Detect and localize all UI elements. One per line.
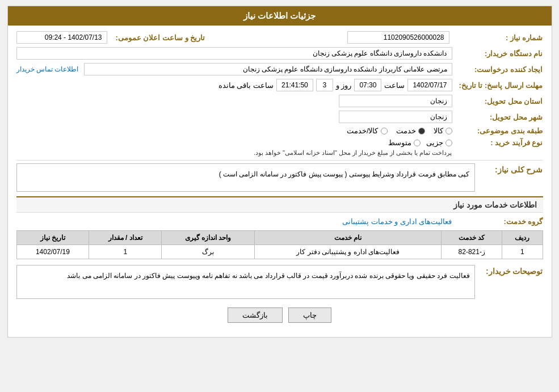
col-header-date: تاریخ نیاز bbox=[16, 231, 89, 245]
services-section-title: اطلاعات خدمات مورد نیاز bbox=[16, 196, 543, 213]
table-cell-row: 1 bbox=[502, 245, 543, 259]
need-desc-label: شرح کلی نیاز: bbox=[475, 163, 543, 174]
radio-khedmat-icon bbox=[418, 128, 425, 134]
date-label: تاریخ و ساعت اعلان عمومی: bbox=[110, 33, 205, 42]
need-desc-value: کپی مطابق فرمت قرارداد وشرایط پیوستی ( پ… bbox=[16, 163, 475, 192]
category-option-kala[interactable]: کالا bbox=[434, 127, 452, 135]
col-header-row: ردیف bbox=[502, 231, 543, 245]
print-button[interactable]: چاپ bbox=[288, 307, 331, 323]
page-header: جزئیات اطلاعات نیاز bbox=[8, 6, 552, 26]
deadline-time: 07:30 bbox=[354, 79, 381, 91]
date-value: 1402/07/13 - 09:24 bbox=[16, 31, 107, 44]
col-header-name: نام خدمت bbox=[254, 231, 442, 245]
table-cell-name: فعالیت‌های اداره و پشتیبانی دفتر کار bbox=[254, 245, 442, 259]
deadline-label: مهلت ارسال پاسخ: تا تاریخ: bbox=[452, 81, 543, 90]
category-option-kala-khedmat[interactable]: کالا/خدمت bbox=[347, 127, 388, 135]
purchase-jozi-label: جزیی bbox=[426, 138, 443, 147]
city-value: زنجان bbox=[339, 111, 452, 123]
back-button[interactable]: بازگشت bbox=[228, 307, 283, 323]
purchase-mottavasset-label: متوسط bbox=[388, 138, 411, 147]
table-cell-quantity: 1 bbox=[89, 245, 162, 259]
radio-kala-khedmat-icon bbox=[381, 128, 388, 134]
radio-jozi-icon bbox=[445, 140, 452, 146]
deadline-remaining-label: ساعت باقی مانده bbox=[218, 81, 274, 90]
purchase-type-radio-group: جزیی متوسط bbox=[254, 138, 452, 147]
deadline-remaining: 21:41:50 bbox=[276, 79, 313, 91]
col-header-unit: واحد اندازه گیری bbox=[162, 231, 255, 245]
category-kala-label: کالا bbox=[434, 127, 443, 135]
contact-link[interactable]: اطلاعات تماس خریدار bbox=[16, 65, 79, 73]
category-khedmat-label: خدمت bbox=[396, 127, 416, 135]
header-title: جزئیات اطلاعات نیاز bbox=[243, 11, 316, 20]
category-kala-khedmat-label: کالا/خدمت bbox=[347, 127, 379, 135]
purchase-option-mottavasset[interactable]: متوسط bbox=[388, 138, 421, 147]
need-number-label: شماره نیاز : bbox=[452, 33, 543, 42]
buttons-row: چاپ بازگشت bbox=[16, 307, 543, 323]
category-option-khedmat[interactable]: خدمت bbox=[396, 127, 425, 135]
province-value: زنجان bbox=[339, 95, 452, 107]
purchase-option-jozi[interactable]: جزیی bbox=[426, 138, 452, 147]
purchase-type-label: نوع فرآیند خرید : bbox=[452, 138, 543, 147]
deadline-day-label: روز و bbox=[336, 81, 352, 90]
city-label: شهر محل تحویل: bbox=[452, 113, 543, 121]
need-number-value: 1102090526000028 bbox=[347, 31, 449, 44]
radio-mottavasset-icon bbox=[414, 140, 421, 146]
table-cell-code: ز-821-82 bbox=[442, 245, 502, 259]
col-header-quantity: تعداد / مقدار bbox=[89, 231, 162, 245]
creator-label: ایجاد کننده درخواست: bbox=[452, 65, 543, 74]
purchase-note: پرداخت تمام یا بخشی از مبلغ خریدار از مح… bbox=[254, 149, 452, 157]
table-cell-unit: برگ bbox=[162, 245, 255, 259]
deadline-days: 3 bbox=[316, 79, 333, 91]
service-group-value[interactable]: فعالیت‌های اداری و خدمات پشتیبانی bbox=[342, 217, 452, 226]
org-name-value: دانشکده داروسازی دانشگاه علوم پزشکی زنجا… bbox=[16, 47, 452, 60]
table-row: 1ز-821-82فعالیت‌های اداره و پشتیبانی دفت… bbox=[16, 245, 543, 259]
table-cell-date: 1402/07/19 bbox=[16, 245, 89, 259]
service-group-label: گروه خدمت: bbox=[452, 217, 543, 226]
deadline-time-label: ساعت bbox=[384, 81, 405, 90]
category-radio-group: کالا خدمت کالا/خدمت bbox=[347, 127, 452, 135]
col-header-code: کد خدمت bbox=[442, 231, 502, 245]
buyer-notes-value: فعالیت فرد حقیقی ویا حقوقی برنده شده درب… bbox=[16, 265, 475, 299]
creator-value: مرتضی علامانی کاربرداز دانشکده داروسازی … bbox=[84, 63, 452, 75]
org-name-label: نام دستگاه خریدار: bbox=[452, 49, 543, 58]
province-label: استان محل تحویل: bbox=[452, 97, 543, 106]
category-label: طبقه بندی موضوعی: bbox=[452, 127, 543, 135]
services-table: ردیف کد خدمت نام خدمت واحد اندازه گیری ت… bbox=[16, 230, 543, 259]
buyer-notes-label: توصیحات خریدار: bbox=[475, 265, 543, 276]
radio-kala-icon bbox=[445, 128, 452, 134]
deadline-date: 1402/07/17 bbox=[407, 79, 452, 91]
